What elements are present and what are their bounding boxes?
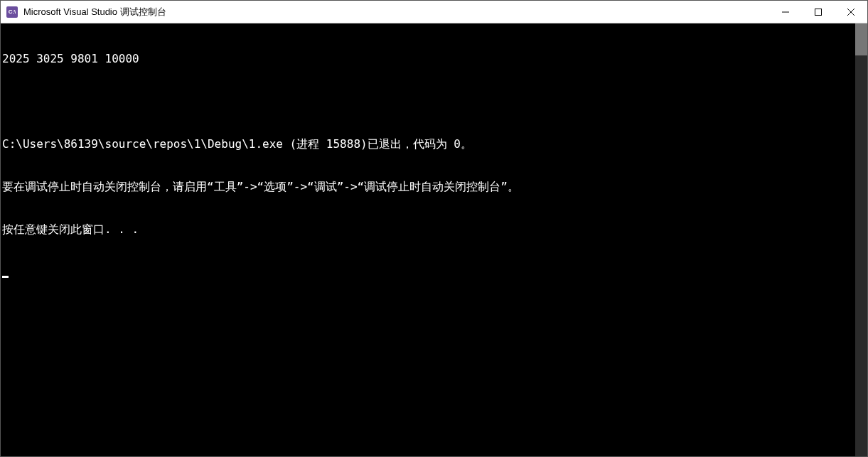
titlebar: C:\ Microsoft Visual Studio 调试控制台 <box>1 1 867 23</box>
console-cursor-line <box>2 265 854 279</box>
console-line <box>2 95 854 109</box>
close-icon <box>847 9 854 16</box>
console-line: 要在调试停止时自动关闭控制台，请启用“工具”->“选项”->“调试”->“调试停… <box>2 180 854 194</box>
window-title: Microsoft Visual Studio 调试控制台 <box>23 6 166 18</box>
minimize-icon <box>782 9 789 16</box>
console-line: 按任意键关闭此窗口. . . <box>2 222 854 237</box>
scrollbar-thumb[interactable] <box>855 23 867 55</box>
app-icon: C:\ <box>6 6 18 18</box>
svg-rect-1 <box>815 9 822 15</box>
scrollbar-vertical[interactable] <box>855 23 867 456</box>
titlebar-left: C:\ Microsoft Visual Studio 调试控制台 <box>1 6 166 18</box>
console-wrapper: 2025 3025 9801 10000 C:\Users\86139\sour… <box>1 23 867 456</box>
window-controls <box>769 1 867 23</box>
close-button[interactable] <box>835 1 867 23</box>
maximize-icon <box>815 9 822 16</box>
minimize-button[interactable] <box>769 1 802 23</box>
console-output[interactable]: 2025 3025 9801 10000 C:\Users\86139\sour… <box>1 23 855 456</box>
cursor <box>2 276 9 278</box>
maximize-button[interactable] <box>802 1 835 23</box>
console-line: 2025 3025 9801 10000 <box>2 52 854 66</box>
console-line: C:\Users\86139\source\repos\1\Debug\1.ex… <box>2 137 854 151</box>
